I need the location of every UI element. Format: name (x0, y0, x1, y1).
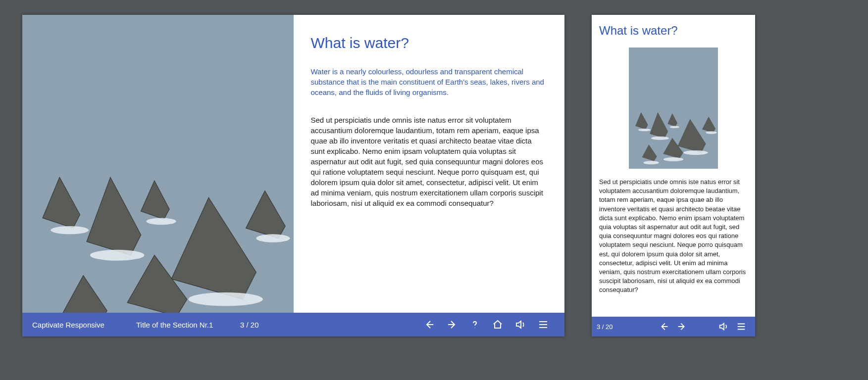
audio-button-mobile[interactable] (715, 317, 732, 336)
audio-button[interactable] (509, 313, 532, 336)
speaker-icon (514, 319, 526, 331)
menu-icon (736, 321, 747, 332)
desktop-preview: What is water? Water is a nearly colourl… (22, 15, 564, 336)
arrow-right-icon (676, 321, 687, 332)
home-button[interactable] (486, 313, 509, 336)
back-button[interactable] (418, 313, 441, 336)
slide-counter: 3 / 20 (240, 321, 280, 329)
arrow-right-icon (446, 319, 458, 331)
home-icon (492, 319, 504, 331)
mobile-preview: What is water? Sed ut perspiciatis unde … (592, 15, 755, 336)
forward-button-mobile[interactable] (673, 317, 691, 336)
project-title: Captivate Responsive (32, 321, 136, 329)
arrow-left-icon (423, 319, 435, 331)
desktop-navbar: Captivate Responsive Title of the Sectio… (22, 313, 564, 336)
menu-button-mobile[interactable] (732, 317, 750, 336)
help-button[interactable] (463, 313, 486, 336)
forward-button[interactable] (441, 313, 463, 336)
seascape-image (629, 48, 718, 169)
mobile-navbar: 3 / 20 (592, 317, 755, 336)
slide-text-pane: What is water? Water is a nearly colourl… (294, 15, 565, 313)
slide-image (22, 15, 294, 313)
slide-content: What is water? Water is a nearly colourl… (22, 15, 564, 313)
question-icon (469, 319, 481, 331)
back-button-mobile[interactable] (655, 317, 673, 336)
slide-heading-mobile: What is water? (599, 24, 748, 38)
slide-body: Sed ut perspiciatis unde omnis iste natu… (311, 115, 548, 208)
slide-content-mobile: What is water? Sed ut perspiciatis unde … (592, 15, 755, 317)
slide-counter-mobile: 3 / 20 (597, 323, 631, 331)
section-title: Title of the Section Nr.1 (136, 321, 240, 329)
seascape-image (22, 15, 294, 313)
slide-body-mobile: Sed ut perspiciatis unde omnis iste natu… (599, 178, 748, 294)
menu-button[interactable] (532, 313, 555, 336)
arrow-left-icon (659, 321, 669, 332)
menu-icon (537, 319, 549, 331)
slide-image-mobile (629, 48, 718, 169)
slide-intro: Water is a nearly colourless, odourless … (311, 66, 548, 97)
speaker-icon (718, 321, 729, 332)
slide-heading: What is water? (311, 35, 548, 51)
